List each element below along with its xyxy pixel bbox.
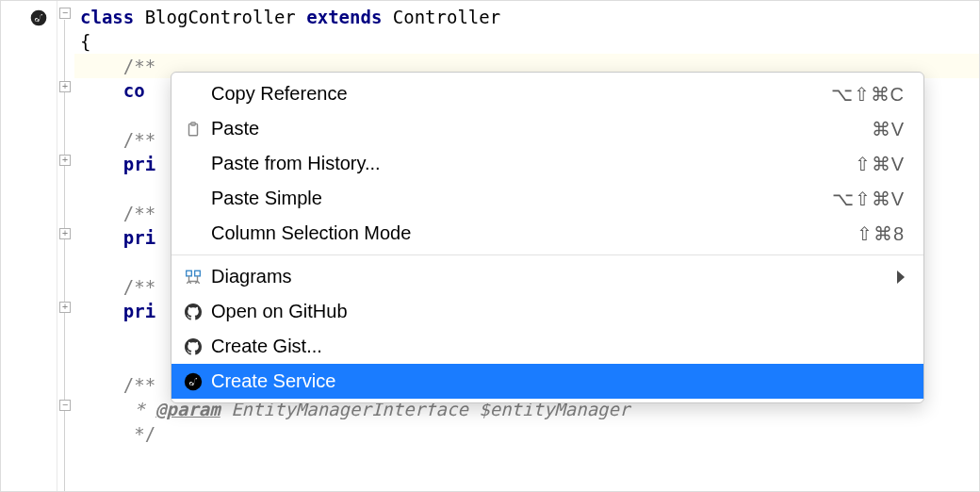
context-menu: Copy Reference ⌥⇧⌘C Paste ⌘V Paste from … [171, 72, 924, 403]
fold-marker[interactable]: + [59, 81, 71, 92]
menu-shortcut: ⌥⇧⌘C [831, 83, 905, 106]
menu-item-label: Paste [211, 118, 872, 139]
svg-rect-2 [191, 122, 196, 124]
blank-icon [183, 223, 204, 244]
menu-shortcut: ⌘V [872, 118, 905, 140]
menu-column-selection[interactable]: Column Selection Mode ⇧⌘8 [172, 216, 923, 251]
submenu-arrow-icon [897, 271, 905, 284]
gutter-left [1, 1, 57, 491]
menu-open-github[interactable]: Open on GitHub [172, 294, 923, 329]
fold-marker[interactable]: + [59, 155, 71, 166]
paste-icon [183, 119, 204, 139]
menu-shortcut: ⌥⇧⌘V [832, 188, 905, 210]
code-line: */ [74, 421, 979, 446]
fold-marker[interactable]: + [59, 302, 71, 313]
fold-marker[interactable]: − [59, 400, 71, 411]
menu-paste[interactable]: Paste ⌘V [172, 111, 923, 146]
menu-item-label: Create Gist... [211, 336, 905, 357]
menu-item-label: Create Service [211, 370, 905, 392]
svg-point-5 [185, 372, 202, 389]
symfony-icon [183, 371, 204, 392]
svg-rect-4 [195, 271, 201, 276]
gutter-fold: − + + + + − [57, 1, 74, 491]
menu-item-label: Copy Reference [211, 83, 831, 105]
menu-item-label: Open on GitHub [211, 301, 905, 322]
menu-shortcut: ⇧⌘V [855, 153, 905, 175]
fold-marker[interactable]: − [59, 8, 71, 19]
menu-paste-history[interactable]: Paste from History... ⇧⌘V [172, 146, 923, 181]
github-icon [183, 302, 204, 322]
symfony-gutter-icon[interactable] [29, 8, 48, 27]
github-icon [183, 336, 204, 357]
menu-diagrams[interactable]: Diagrams [172, 259, 923, 294]
menu-paste-simple[interactable]: Paste Simple ⌥⇧⌘V [172, 181, 923, 216]
blank-icon [183, 189, 204, 209]
diagram-icon [183, 267, 204, 287]
menu-item-label: Paste Simple [211, 188, 832, 209]
menu-copy-reference[interactable]: Copy Reference ⌥⇧⌘C [172, 76, 923, 111]
code-line: { [74, 29, 979, 54]
fold-marker[interactable]: + [59, 228, 71, 239]
menu-item-label: Paste from History... [211, 153, 855, 174]
menu-shortcut: ⇧⌘8 [857, 222, 905, 245]
svg-rect-3 [187, 271, 192, 276]
svg-point-0 [31, 10, 47, 26]
blank-icon [183, 84, 204, 105]
menu-create-gist[interactable]: Create Gist... [172, 329, 923, 364]
code-line: class BlogController extends Controller [74, 5, 979, 29]
menu-item-label: Diagrams [211, 266, 888, 287]
menu-separator [172, 254, 923, 255]
blank-icon [183, 154, 204, 174]
menu-item-label: Column Selection Mode [211, 222, 857, 244]
menu-create-service[interactable]: Create Service [172, 364, 923, 399]
